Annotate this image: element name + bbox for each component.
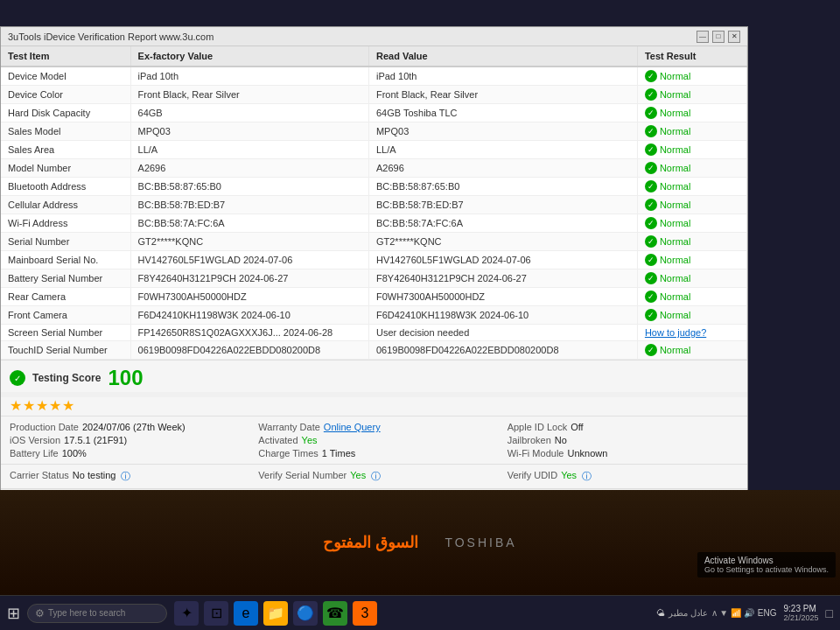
cell-test-result: Normal [637,214,746,233]
cell-test-item: Front Camera [1,306,130,325]
cell-test-result: Normal [637,141,746,159]
cell-read-value: 0619B0098FD04226A022EBDD080200D8 [368,341,637,360]
clock-time: 9:23 PM [783,604,818,613]
warranty-date-value[interactable]: Online Query [324,422,381,432]
cell-ex-factory: Front Black, Rear Silver [130,86,368,104]
production-date-item: Production Date 2024/07/06 (27th Week) [10,422,241,432]
cell-test-result: Normal [637,86,746,104]
warranty-date-label: Warranty Date [258,422,320,432]
cell-ex-factory: F0WH7300AH50000HDZ [130,288,368,306]
minimize-button[interactable]: — [696,31,709,43]
wifi-module-value: Unknown [567,448,607,458]
cell-test-result: Normal [637,159,746,178]
cell-read-value: iPad 10th [368,66,637,86]
table-row: Hard Disk Capacity64GB64GB Toshiba TLCNo… [1,104,747,122]
cell-read-value: A2696 [368,159,637,178]
taskbar-edge-icon[interactable]: e [234,601,258,626]
table-row: Bluetooth AddressBC:BB:58:87:65:B0BC:BB:… [1,178,747,196]
col-header-ex-factory: Ex-factory Value [130,46,368,66]
notification-icon[interactable]: □ [826,606,833,620]
verify-serial-help-icon[interactable]: ⓘ [371,470,381,483]
rating-stars: ★★★★★ [10,398,75,413]
cell-read-value: 64GB Toshiba TLC [368,104,637,122]
bottom-image-area: السوق المفتوح TOSHIBA [0,490,840,595]
cell-test-result: Normal [637,251,746,270]
carrier-status-value: No testing [73,470,116,483]
activate-subtext: Go to Settings to activate Windows. [704,565,829,574]
info-col-2: Warranty Date Online Query Activated Yes… [258,422,489,458]
weather-icon: 🌤 [656,608,665,618]
cell-test-item: Rear Camera [1,288,130,306]
cell-test-item: Mainboard Serial No. [1,251,130,270]
production-date-label: Production Date [10,422,79,432]
cell-read-value: F8Y42640H3121P9CH 2024-06-27 [368,270,637,288]
taskbar-icon-2[interactable]: ⊡ [204,601,228,626]
close-button[interactable]: ✕ [728,31,740,43]
verify-udid-label: Verify UDID [508,470,557,483]
clock-date: 2/21/2025 [783,613,818,622]
taskbar-search-box[interactable]: ⚙ Type here to search [27,604,167,623]
taskbar: ⊞ ⚙ Type here to search ✦ ⊡ e 📁 🔵 ☎ 3 🌤 … [0,595,840,630]
weather-text: عادل مطير [668,608,708,618]
cell-read-value: GT2*****KQNC [368,233,637,251]
taskbar-icon-3[interactable]: 🔵 [293,601,318,626]
cell-test-result: Normal [637,288,746,306]
cell-read-value: BC:BB:58:7A:FC:6A [368,214,637,233]
maximize-button[interactable]: □ [712,31,724,43]
cell-test-result: Normal [637,306,746,325]
toshiba-text: TOSHIBA [444,536,516,550]
carrier-status-label: Carrier Status [10,470,69,483]
cell-ex-factory: F6D42410KH1198W3K 2024-06-10 [130,306,368,325]
cell-read-value: F0WH7300AH50000HDZ [368,288,637,306]
cell-test-item: TouchID Serial Number [1,341,130,360]
table-row: Model NumberA2696A2696Normal [1,159,747,178]
col-header-test-result: Test Result [637,46,746,66]
ios-version-item: iOS Version 17.5.1 (21F91) [10,435,241,445]
charge-times-value: 1 Times [322,448,356,458]
cell-ex-factory: HV142760L5F1WGLAD 2024-07-06 [130,251,368,270]
windows-start-icon[interactable]: ⊞ [7,604,20,623]
cell-test-item: Bluetooth Address [1,178,130,196]
taskbar-right-area: 🌤 عادل مطير ∧ ▼ 📶 🔊 ENG 9:23 PM 2/21/202… [656,604,833,622]
charge-times-item: Charge Times 1 Times [258,448,489,458]
apple-id-lock-label: Apple ID Lock [508,422,567,432]
taskbar-folder-icon[interactable]: 📁 [263,601,288,626]
clock: 9:23 PM 2/21/2025 [783,604,818,622]
taskbar-3utools-icon[interactable]: 3 [353,601,377,626]
taskbar-icon-4[interactable]: ☎ [323,601,347,626]
tray-icons: ∧ ▼ 📶 🔊 [711,608,754,618]
cell-test-result: Normal [637,178,746,196]
language-indicator[interactable]: ENG [758,608,777,618]
verify-udid-help-icon[interactable]: ⓘ [582,470,592,483]
cell-ex-factory: GT2*****KQNC [130,233,368,251]
table-row: Cellular AddressBC:BB:58:7B:ED:B7BC:BB:5… [1,196,747,214]
cell-test-result: Normal [637,233,746,251]
search-icon: ⚙ [35,607,45,620]
cell-ex-factory: iPad 10th [130,66,368,86]
system-tray: 🌤 عادل مطير ∧ ▼ 📶 🔊 ENG [656,608,777,618]
app-window: 3uTools iDevice Verification Report www.… [0,26,748,525]
cell-read-value: HV142760L5F1WGLAD 2024-07-06 [368,251,637,270]
search-placeholder: Type here to search [48,608,125,618]
cell-test-result: Normal [637,122,746,141]
activated-label: Activated [258,435,298,445]
window-controls: — □ ✕ [696,31,740,43]
col-header-test-item: Test Item [1,46,130,66]
carrier-help-icon[interactable]: ⓘ [121,470,130,483]
taskbar-pinned-icons: ✦ ⊡ e 📁 🔵 ☎ 3 [174,601,377,626]
battery-life-value: 100% [62,448,87,458]
bottom-panel: ✓ Testing Score 100 ★★★★★ Production Dat… [1,360,747,488]
cell-test-result[interactable]: How to judge? [637,325,746,341]
verify-serial-item: Verify Serial Number Yes ⓘ [258,470,489,483]
col-header-read-value: Read Value [368,46,637,66]
title-bar: 3uTools iDevice Verification Report www.… [1,27,747,46]
cell-ex-factory: F8Y42640H3121P9CH 2024-06-27 [130,270,368,288]
verify-serial-value: Yes [350,470,366,483]
cell-test-result: Normal [637,196,746,214]
taskbar-icon-1[interactable]: ✦ [174,601,199,626]
table-row: Device ColorFront Black, Rear SilverFron… [1,86,747,104]
table-row: Front CameraF6D42410KH1198W3K 2024-06-10… [1,306,747,325]
title-text: 3uTools iDevice Verification Report www.… [8,32,214,42]
cell-ex-factory: A2696 [130,159,368,178]
cell-ex-factory: MPQ03 [130,122,368,141]
